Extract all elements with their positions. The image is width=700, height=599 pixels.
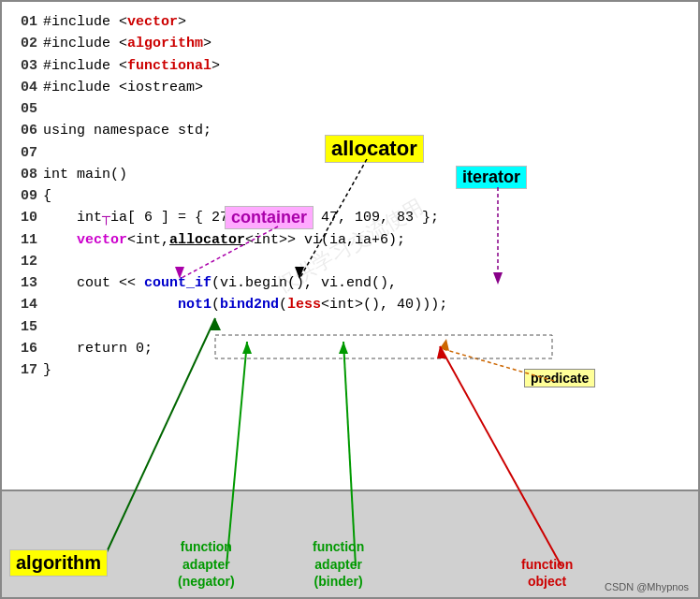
line-07: 07 [11,142,689,164]
func-adapter-neg-label: functionadapter(negator) [178,538,235,590]
line-11: 11 vector<int,allocator<int>> vi(ia,ia+6… [11,229,689,251]
line-10: 10 int​┬ia[ 6 ] = { 27​, 210, 12, 47, 10… [11,207,689,228]
line-12: 12 [11,251,689,272]
line-09: 09 { [11,185,689,207]
line-04: 04 #include <iostream> [11,77,689,98]
line-02: 02 #include <algorithm> [11,33,689,54]
line-06: 06 using namespace std; [11,120,689,141]
line-08: 08 int main() [11,164,689,185]
code-block: 01 #include <vector> 02 #include <algori… [11,11,689,381]
code-area: 01 #include <vector> 02 #include <algori… [2,2,698,489]
csdn-credit: CSDN @Mhypnos [605,581,689,592]
line-15: 15 [11,316,689,338]
func-object-label: functionobject [521,556,573,590]
line-16: 16 return 0; [11,338,689,359]
line-17: 17 } [11,359,689,381]
func-adapter-bind-label: functionadapter(binder) [313,538,364,590]
line-13: 13 cout << count_if(vi.begin(), vi.end()… [11,272,689,294]
line-03: 03 #include <functional> [11,55,689,77]
main-container: 01 #include <vector> 02 #include <algori… [0,0,700,599]
algorithm-bottom-label: algorithm [9,549,108,577]
line-05: 05 [11,98,689,120]
line-14: 14 not1(bind2nd(less<int>(), 40))); [11,294,689,315]
line-01: 01 #include <vector> [11,11,689,33]
bottom-annotations: algorithm functionadapter(negator) funct… [2,489,698,597]
